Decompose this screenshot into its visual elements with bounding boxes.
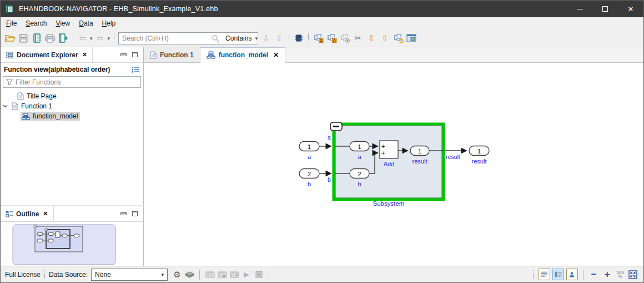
search-input[interactable] [119,34,212,42]
select-dropdown-icon: ▾ [162,272,164,277]
model-icon [22,113,30,120]
add-block-label: Add [384,161,395,167]
data-source-value: None [95,271,111,279]
tree-item-function-1[interactable]: Function 1 [1,101,143,111]
jump-down-icon[interactable]: ⇩ [365,32,378,45]
view-presenter-icon[interactable] [566,269,578,280]
cut-tree-icon[interactable]: ✂ [351,32,365,45]
port-label-a: a [328,134,331,141]
preview-window-icon[interactable] [405,32,418,45]
svg-text:+: + [381,143,385,150]
forward-dropdown-icon[interactable]: ▾ [108,36,110,41]
contains-dropdown-icon: ▾ [255,36,258,41]
handbook-icon[interactable] [30,32,43,45]
maximize-panel-icon[interactable] [132,52,138,57]
svg-text:1: 1 [358,143,361,150]
close-outline-icon[interactable]: ✕ [43,210,48,217]
license-status: Full License [5,271,41,279]
search-next-icon[interactable]: ⇩ [259,32,273,45]
filter-icon [6,79,13,85]
search-mode-dropdown[interactable]: Contains ▾ [222,34,263,42]
outport-result-label: result [472,158,487,165]
search-prev-icon[interactable]: ⇧ [273,32,286,45]
jump-up-icon[interactable]: ⇧ [378,32,391,45]
tab-label: function_model [219,51,268,59]
collapse-tree-icon[interactable] [338,32,351,45]
editor-tabstrip: Function 1 function_model ✕ [144,47,643,63]
status-bar: Full License Data Source: None ▾ ⚙ ▶ [1,266,643,282]
outline-thumbnail[interactable] [1,222,143,267]
outline-tab[interactable]: Outline ✕ [1,206,54,221]
menu-bar: File Search View Data Help [1,17,643,29]
minimize-panel-icon[interactable] [120,212,127,215]
minimize-panel-icon[interactable] [120,53,127,56]
search-box: Contains ▾ [118,32,258,44]
refresh-tree-icon[interactable] [391,32,405,45]
svg-text:1: 1 [308,143,311,150]
inport-2-block[interactable]: 2 b [299,169,319,188]
ecu-device-icon[interactable] [183,269,195,281]
svg-text:D: D [319,38,323,43]
back-icon[interactable]: ⇦ [76,32,89,45]
close-explorer-icon[interactable]: ✕ [82,51,87,58]
close-tab-icon[interactable]: ✕ [273,51,279,59]
subsystem-outport-block[interactable]: 1 result [410,146,429,165]
fit-to-view-icon[interactable] [627,269,639,281]
open-icon[interactable] [3,32,17,45]
tree-item-function-model[interactable]: function_model [1,111,143,121]
svg-text:1: 1 [418,148,421,155]
forward-icon[interactable]: ⇨ [94,32,107,45]
tab-function-1[interactable]: Function 1 [144,47,200,62]
document-explorer-tab-label: Document Explorer [17,51,78,59]
inport-1-label: a [308,153,311,160]
document-icon [150,51,157,59]
inport-1-block[interactable]: 1 a [299,142,319,161]
back-dropdown-icon[interactable]: ▾ [90,36,93,41]
model-canvas[interactable]: Subsystem [144,63,643,266]
menu-file[interactable]: File [2,18,21,29]
expand-data-tree-icon[interactable]: D [311,32,325,45]
export-handbook-icon[interactable] [57,32,70,45]
settings-gear-icon[interactable]: ⚙ [171,269,183,281]
function-view-title: Function view(alphabetical order) [4,66,110,73]
close-button[interactable]: ✕ [618,1,643,17]
menu-help[interactable]: Help [98,18,120,29]
function-tree: Title Page Function 1 [1,90,143,121]
maximize-button[interactable] [592,1,618,17]
svg-text:2: 2 [358,171,361,177]
view-document-icon[interactable] [539,269,550,280]
subsystem-outport-label: result [412,158,427,165]
tab-function-model[interactable]: function_model ✕ [200,47,285,63]
expand-all-tree-icon[interactable]: A [325,32,338,45]
outline-icon [6,210,13,217]
show-in-model-icon[interactable] [292,32,305,45]
window-title: EHANDBOOK-NAVIGATOR - EHB_Simulink_Examp… [19,5,218,13]
tree-item-title-page[interactable]: Title Page [1,91,143,101]
menu-view[interactable]: View [51,18,74,29]
zoom-out-button[interactable]: − [587,270,601,279]
svg-text:1: 1 [477,148,481,155]
print-icon[interactable] [43,32,57,45]
chevron-down-icon[interactable] [1,105,9,108]
zoom-100-button[interactable]: 100 % [614,271,627,279]
editor-area: Function 1 function_model ✕ [144,47,643,266]
data-source-select[interactable]: None ▾ [91,269,168,281]
maximize-panel-icon[interactable] [132,211,138,216]
filter-functions-box[interactable]: Filter Functions [3,76,141,88]
model-icon [207,51,215,59]
outport-result-block[interactable]: 1 result [469,146,489,165]
data-source-label: Data Source: [49,271,88,279]
document-explorer-tab[interactable]: Document Explorer ✕ [1,47,93,62]
application-window: EHANDBOOK-NAVIGATOR - EHB_Simulink_Examp… [0,0,644,283]
view-split-icon[interactable] [552,269,564,280]
collapse-subsystem-button[interactable] [330,122,342,131]
signal-label-result: result [446,153,460,160]
menu-search[interactable]: Search [21,18,51,29]
zoom-in-button[interactable]: + [601,270,614,279]
svg-text:2: 2 [308,171,311,177]
save-icon[interactable] [17,32,30,45]
view-menu-icon[interactable] [132,66,140,73]
subsystem-inport-1-label: a [358,153,361,160]
minimize-button[interactable] [567,1,592,17]
menu-data[interactable]: Data [74,18,97,29]
